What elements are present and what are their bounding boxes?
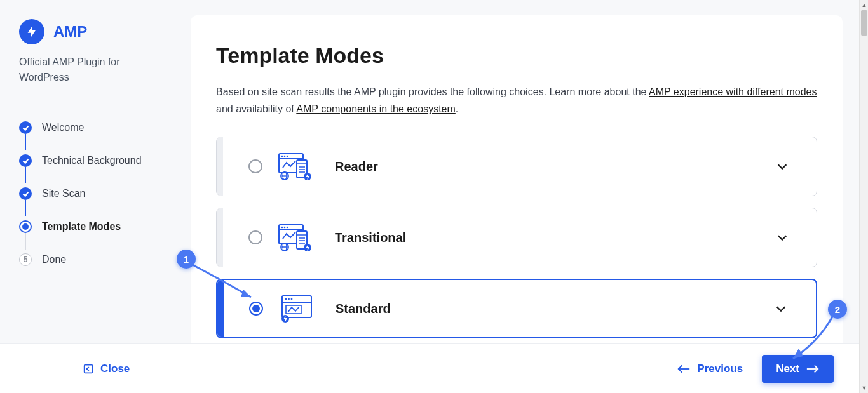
content-card: Template Modes Based on site scan result…: [191, 15, 843, 357]
annotation-bubble-2: 2: [828, 300, 847, 319]
step-label: Technical Background: [42, 155, 142, 166]
step-welcome[interactable]: Welcome: [19, 111, 166, 144]
check-icon: [19, 187, 32, 200]
chevron-down-icon: [774, 302, 788, 316]
option-reader[interactable]: Reader: [216, 137, 817, 196]
radio-standard[interactable]: [249, 302, 263, 316]
scroll-up-icon[interactable]: ▲: [860, 0, 868, 10]
sidebar: AMP Official AMP Plugin for WordPress We…: [0, 0, 178, 357]
svg-rect-0: [85, 364, 93, 373]
radio-reader[interactable]: [248, 159, 262, 173]
step-technical-background[interactable]: Technical Background: [19, 144, 166, 177]
arrow-right-icon: [806, 364, 820, 374]
step-list: WelcomeTechnical BackgroundSite ScanTemp…: [19, 111, 166, 276]
step-label: Welcome: [42, 122, 84, 133]
page-title: Template Modes: [216, 43, 817, 68]
step-done[interactable]: 5Done: [19, 243, 166, 276]
check-icon: [19, 121, 32, 134]
pending-step-icon: 5: [19, 253, 32, 266]
annotation-bubble-1: 1: [177, 250, 196, 269]
option-label: Reader: [335, 159, 747, 174]
arrow-left-icon: [677, 364, 691, 374]
previous-button[interactable]: Previous: [677, 363, 743, 375]
step-template-modes[interactable]: Template Modes: [19, 210, 166, 243]
scrollbar[interactable]: ▲ ▼: [859, 0, 868, 393]
option-label: Transitional: [335, 230, 747, 245]
expand-standard-button[interactable]: [746, 280, 816, 337]
intro-text: Based on site scan results the AMP plugi…: [216, 83, 817, 117]
step-site-scan[interactable]: Site Scan: [19, 177, 166, 210]
sidebar-divider: [19, 97, 166, 97]
current-step-icon: [19, 220, 32, 233]
step-label: Template Modes: [42, 221, 121, 232]
check-icon: [19, 154, 32, 167]
transitional-illustration-icon: [278, 223, 316, 251]
step-label: Site Scan: [42, 188, 85, 199]
option-transitional[interactable]: Transitional: [216, 208, 817, 267]
main: Template Modes Based on site scan result…: [178, 0, 868, 357]
expand-transitional-button[interactable]: [747, 208, 817, 267]
link-ecosystem[interactable]: AMP components in the ecosystem: [296, 103, 456, 114]
brand-name: AMP: [53, 23, 87, 41]
link-modes[interactable]: AMP experience with different modes: [649, 86, 817, 97]
brand: AMP: [19, 19, 166, 44]
next-button[interactable]: Next: [762, 355, 834, 383]
chevron-down-icon: [775, 230, 789, 244]
option-label: Standard: [336, 302, 746, 316]
step-label: Done: [42, 254, 66, 265]
close-button[interactable]: Close: [83, 363, 130, 375]
footer: Close Previous Next: [0, 343, 859, 393]
reader-illustration-icon: [278, 152, 316, 180]
chevron-down-icon: [775, 159, 789, 173]
template-mode-options: ReaderTransitionalStandard: [216, 137, 817, 338]
standard-illustration-icon: [278, 295, 316, 323]
radio-transitional[interactable]: [248, 230, 262, 244]
option-standard[interactable]: Standard: [216, 279, 817, 338]
expand-reader-button[interactable]: [747, 137, 817, 196]
amp-logo-icon: [19, 19, 44, 44]
close-icon: [83, 363, 94, 375]
scroll-thumb[interactable]: [861, 10, 867, 36]
brand-subtitle: Official AMP Plugin for WordPress: [19, 55, 166, 85]
scroll-down-icon[interactable]: ▼: [860, 383, 868, 393]
